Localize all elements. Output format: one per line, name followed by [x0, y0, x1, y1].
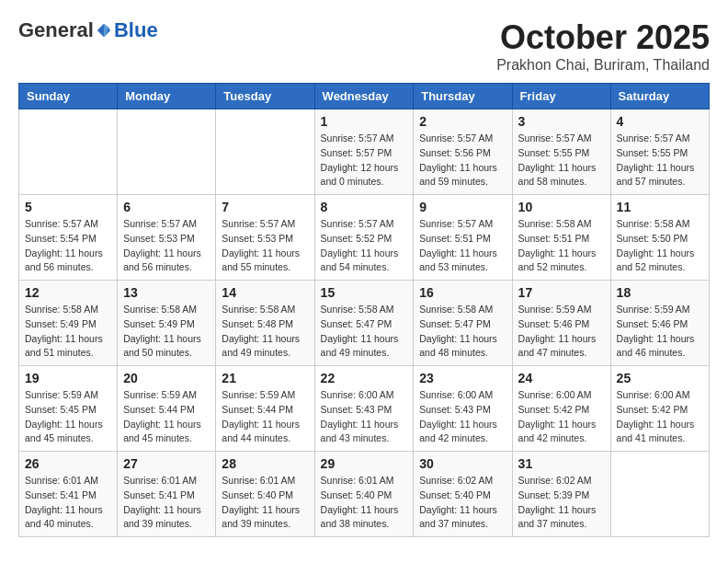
day-info: Sunrise: 5:57 AMSunset: 5:55 PMDaylight:…: [518, 132, 605, 190]
day-number: 28: [222, 456, 308, 471]
calendar-cell: 31Sunrise: 6:02 AMSunset: 5:39 PMDayligh…: [512, 452, 610, 537]
day-info: Sunrise: 5:59 AMSunset: 5:45 PMDaylight:…: [25, 388, 111, 446]
calendar-cell: 9Sunrise: 5:57 AMSunset: 5:51 PMDaylight…: [414, 195, 512, 281]
day-info: Sunrise: 6:01 AMSunset: 5:40 PMDaylight:…: [321, 474, 408, 532]
day-number: 20: [123, 371, 210, 385]
day-info: Sunrise: 5:57 AMSunset: 5:53 PMDaylight:…: [222, 217, 308, 275]
calendar-header-row: SundayMondayTuesdayWednesdayThursdayFrid…: [19, 84, 710, 109]
day-info: Sunrise: 5:59 AMSunset: 5:44 PMDaylight:…: [222, 388, 308, 446]
calendar-cell: 5Sunrise: 5:57 AMSunset: 5:54 PMDaylight…: [19, 195, 118, 281]
day-info: Sunrise: 5:59 AMSunset: 5:46 PMDaylight:…: [617, 303, 703, 361]
day-number: 19: [25, 371, 111, 385]
day-info: Sunrise: 5:57 AMSunset: 5:53 PMDaylight:…: [123, 217, 210, 275]
day-number: 26: [25, 456, 111, 471]
logo-icon: [96, 22, 112, 39]
calendar-cell: 28Sunrise: 6:01 AMSunset: 5:40 PMDayligh…: [216, 452, 314, 537]
day-info: Sunrise: 5:57 AMSunset: 5:54 PMDaylight:…: [25, 217, 111, 275]
calendar-cell: 17Sunrise: 5:59 AMSunset: 5:46 PMDayligh…: [512, 281, 610, 366]
day-number: 24: [518, 371, 605, 385]
day-number: 9: [419, 200, 506, 214]
day-info: Sunrise: 5:57 AMSunset: 5:57 PMDaylight:…: [321, 132, 408, 190]
day-number: 13: [123, 285, 210, 300]
day-number: 29: [321, 456, 408, 471]
calendar-cell: 12Sunrise: 5:58 AMSunset: 5:49 PMDayligh…: [19, 281, 118, 366]
day-info: Sunrise: 5:58 AMSunset: 5:51 PMDaylight:…: [518, 217, 605, 275]
day-info: Sunrise: 6:00 AMSunset: 5:42 PMDaylight:…: [518, 388, 605, 446]
calendar-cell: [19, 109, 118, 195]
calendar-cell: 18Sunrise: 5:59 AMSunset: 5:46 PMDayligh…: [610, 281, 709, 366]
day-info: Sunrise: 6:01 AMSunset: 5:41 PMDaylight:…: [123, 474, 210, 532]
day-info: Sunrise: 5:57 AMSunset: 5:52 PMDaylight:…: [321, 217, 408, 275]
day-number: 14: [222, 285, 308, 300]
calendar-cell: 15Sunrise: 5:58 AMSunset: 5:47 PMDayligh…: [314, 281, 414, 366]
calendar-cell: 27Sunrise: 6:01 AMSunset: 5:41 PMDayligh…: [118, 452, 216, 537]
day-number: 12: [25, 285, 111, 300]
header-sunday: Sunday: [19, 84, 118, 109]
calendar-week-1: 1Sunrise: 5:57 AMSunset: 5:57 PMDaylight…: [19, 109, 710, 195]
calendar-cell: 4Sunrise: 5:57 AMSunset: 5:55 PMDaylight…: [610, 109, 709, 195]
day-number: 23: [419, 371, 506, 385]
calendar-cell: 11Sunrise: 5:58 AMSunset: 5:50 PMDayligh…: [610, 195, 709, 281]
day-number: 16: [419, 285, 506, 300]
calendar-cell: 1Sunrise: 5:57 AMSunset: 5:57 PMDaylight…: [314, 109, 414, 195]
day-info: Sunrise: 5:58 AMSunset: 5:49 PMDaylight:…: [25, 303, 111, 361]
calendar-cell: [118, 109, 216, 195]
day-info: Sunrise: 6:02 AMSunset: 5:40 PMDaylight:…: [419, 474, 506, 532]
header-tuesday: Tuesday: [216, 84, 314, 109]
day-number: 18: [617, 285, 703, 300]
day-number: 6: [123, 200, 210, 214]
calendar-cell: 14Sunrise: 5:58 AMSunset: 5:48 PMDayligh…: [216, 281, 314, 366]
day-info: Sunrise: 6:02 AMSunset: 5:39 PMDaylight:…: [518, 474, 605, 532]
day-info: Sunrise: 6:01 AMSunset: 5:40 PMDaylight:…: [222, 474, 308, 532]
calendar-body: 1Sunrise: 5:57 AMSunset: 5:57 PMDaylight…: [19, 109, 710, 537]
logo-blue: Blue: [114, 18, 158, 42]
day-info: Sunrise: 5:58 AMSunset: 5:48 PMDaylight:…: [222, 303, 308, 361]
day-info: Sunrise: 5:59 AMSunset: 5:46 PMDaylight:…: [518, 303, 605, 361]
calendar-week-2: 5Sunrise: 5:57 AMSunset: 5:54 PMDaylight…: [19, 195, 710, 281]
calendar-cell: 10Sunrise: 5:58 AMSunset: 5:51 PMDayligh…: [512, 195, 610, 281]
day-info: Sunrise: 5:58 AMSunset: 5:47 PMDaylight:…: [419, 303, 506, 361]
day-number: 4: [617, 114, 703, 129]
calendar-cell: 7Sunrise: 5:57 AMSunset: 5:53 PMDaylight…: [216, 195, 314, 281]
day-number: 5: [25, 200, 111, 214]
day-number: 22: [321, 371, 408, 385]
day-number: 31: [518, 456, 605, 471]
calendar-week-5: 26Sunrise: 6:01 AMSunset: 5:41 PMDayligh…: [19, 452, 710, 537]
day-number: 7: [222, 200, 308, 214]
day-info: Sunrise: 6:00 AMSunset: 5:42 PMDaylight:…: [617, 388, 703, 446]
calendar-cell: 16Sunrise: 5:58 AMSunset: 5:47 PMDayligh…: [414, 281, 512, 366]
day-info: Sunrise: 5:58 AMSunset: 5:49 PMDaylight:…: [123, 303, 210, 361]
day-number: 11: [617, 200, 703, 214]
calendar-cell: [610, 452, 709, 537]
day-number: 8: [321, 200, 408, 214]
header-wednesday: Wednesday: [314, 84, 414, 109]
calendar-cell: 8Sunrise: 5:57 AMSunset: 5:52 PMDaylight…: [314, 195, 414, 281]
calendar-cell: 25Sunrise: 6:00 AMSunset: 5:42 PMDayligh…: [610, 366, 709, 452]
calendar-cell: 13Sunrise: 5:58 AMSunset: 5:49 PMDayligh…: [118, 281, 216, 366]
day-number: 25: [617, 371, 703, 385]
day-number: 27: [123, 456, 210, 471]
day-number: 17: [518, 285, 605, 300]
calendar-cell: 20Sunrise: 5:59 AMSunset: 5:44 PMDayligh…: [118, 366, 216, 452]
day-number: 3: [518, 114, 605, 129]
calendar-cell: 26Sunrise: 6:01 AMSunset: 5:41 PMDayligh…: [19, 452, 118, 537]
day-number: 15: [321, 285, 408, 300]
calendar-cell: [216, 109, 314, 195]
day-number: 10: [518, 200, 605, 214]
logo: General Blue: [18, 18, 158, 42]
calendar-cell: 6Sunrise: 5:57 AMSunset: 5:53 PMDaylight…: [118, 195, 216, 281]
day-info: Sunrise: 6:01 AMSunset: 5:41 PMDaylight:…: [25, 474, 111, 532]
page-header: General Blue October 2025 Prakhon Chai, …: [18, 18, 710, 74]
day-number: 21: [222, 371, 308, 385]
calendar-cell: 24Sunrise: 6:00 AMSunset: 5:42 PMDayligh…: [512, 366, 610, 452]
calendar-cell: 19Sunrise: 5:59 AMSunset: 5:45 PMDayligh…: [19, 366, 118, 452]
location-title: Prakhon Chai, Buriram, Thailand: [496, 57, 710, 74]
calendar-cell: 23Sunrise: 6:00 AMSunset: 5:43 PMDayligh…: [414, 366, 512, 452]
calendar-cell: 2Sunrise: 5:57 AMSunset: 5:56 PMDaylight…: [414, 109, 512, 195]
calendar-cell: 30Sunrise: 6:02 AMSunset: 5:40 PMDayligh…: [414, 452, 512, 537]
day-info: Sunrise: 5:58 AMSunset: 5:47 PMDaylight:…: [321, 303, 408, 361]
day-number: 2: [419, 114, 506, 129]
header-thursday: Thursday: [414, 84, 512, 109]
header-saturday: Saturday: [610, 84, 709, 109]
day-info: Sunrise: 5:57 AMSunset: 5:55 PMDaylight:…: [617, 132, 703, 190]
